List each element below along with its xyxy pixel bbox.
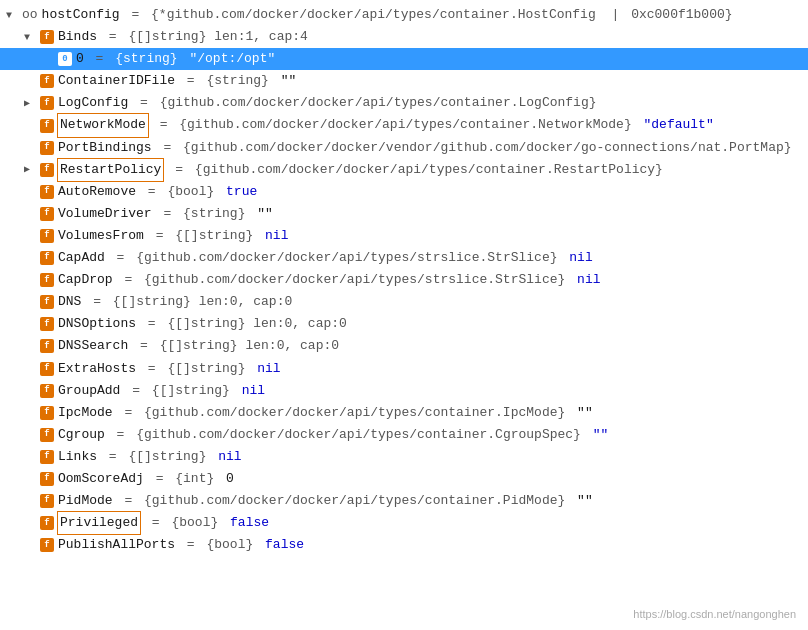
icon-dns: f — [40, 295, 54, 309]
icon-privileged: f — [40, 516, 54, 530]
value-privileged: false — [230, 512, 269, 534]
icon-ipcmode: f — [40, 406, 54, 420]
value-capdrop: nil — [577, 269, 600, 291]
tree-container: oo hostConfig = {*github.com/docker/dock… — [0, 0, 808, 560]
field-links: Links — [58, 446, 97, 468]
row-networkmode[interactable]: f NetworkMode = {github.com/docker/docke… — [0, 114, 808, 136]
address-0: 0xc000f1b000} — [631, 4, 732, 26]
type-oomscóreadj: {int} — [175, 468, 222, 490]
field-privileged: Privileged — [58, 512, 140, 534]
type-volumedriver: {string} — [183, 203, 253, 225]
field-restartpolicy: RestartPolicy — [58, 159, 163, 181]
row-hostconfig[interactable]: oo hostConfig = {*github.com/docker/dock… — [0, 4, 808, 26]
row-volumedriver[interactable]: f VolumeDriver = {string} "" — [0, 203, 808, 225]
row-binds-0[interactable]: 0 0 = {string} "/opt:/opt" — [0, 48, 808, 70]
prefix-oo: oo — [22, 4, 38, 26]
value-autoremove: true — [226, 181, 257, 203]
field-hostconfig: hostConfig — [42, 4, 120, 26]
value-networkmode: "default" — [644, 114, 714, 136]
type-links: {[]string} — [128, 446, 214, 468]
row-autoremove[interactable]: f AutoRemove = {bool} true — [0, 181, 808, 203]
icon-capadd: f — [40, 251, 54, 265]
row-capadd[interactable]: f CapAdd = {github.com/docker/docker/api… — [0, 247, 808, 269]
icon-restartpolicy: f — [40, 163, 54, 177]
field-groupadd: GroupAdd — [58, 380, 120, 402]
type-ipcmode: {github.com/docker/docker/api/types/cont… — [144, 402, 573, 424]
row-links[interactable]: f Links = {[]string} nil — [0, 446, 808, 468]
field-volumesfrom: VolumesFrom — [58, 225, 144, 247]
field-autoremove: AutoRemove — [58, 181, 136, 203]
type-0: {*github.com/docker/docker/api/types/con… — [151, 4, 596, 26]
row-cgroup[interactable]: f Cgroup = {github.com/docker/docker/api… — [0, 424, 808, 446]
type-dns: {[]string} len:0, cap:0 — [113, 291, 292, 313]
type-capdrop: {github.com/docker/docker/api/types/strs… — [144, 269, 573, 291]
toggle-logconfig[interactable] — [24, 95, 38, 112]
row-dns[interactable]: f DNS = {[]string} len:0, cap:0 — [0, 291, 808, 313]
row-portbindings[interactable]: f PortBindings = {github.com/docker/dock… — [0, 137, 808, 159]
icon-binds: f — [40, 30, 54, 44]
row-binds[interactable]: f Binds = {[]string} len:1, cap:4 — [0, 26, 808, 48]
icon-dnssearch: f — [40, 339, 54, 353]
row-extrahosts[interactable]: f ExtraHosts = {[]string} nil — [0, 358, 808, 380]
icon-groupadd: f — [40, 384, 54, 398]
value-publishallports: false — [265, 534, 304, 556]
watermark: https://blog.csdn.net/nangonghen — [633, 608, 796, 620]
value-extrahosts: nil — [257, 358, 280, 380]
field-dnsoptions: DNSOptions — [58, 313, 136, 335]
type-dnssearch: {[]string} len:0, cap:0 — [160, 335, 339, 357]
type-binds-0: {string} — [115, 48, 185, 70]
icon-pidmode: f — [40, 494, 54, 508]
icon-links: f — [40, 450, 54, 464]
type-pidmode: {github.com/docker/docker/api/types/cont… — [144, 490, 573, 512]
icon-portbindings: f — [40, 141, 54, 155]
value-binds-0: "/opt:/opt" — [189, 48, 275, 70]
row-capdrop[interactable]: f CapDrop = {github.com/docker/docker/ap… — [0, 269, 808, 291]
row-volumesfrom[interactable]: f VolumesFrom = {[]string} nil — [0, 225, 808, 247]
field-networkmode: NetworkMode — [58, 114, 148, 136]
field-pidmode: PidMode — [58, 490, 113, 512]
icon-oomscóreadj: f — [40, 472, 54, 486]
row-ipcmode[interactable]: f IpcMode = {github.com/docker/docker/ap… — [0, 402, 808, 424]
toggle-binds[interactable] — [24, 29, 38, 46]
row-containeridfile[interactable]: f ContainerIDFile = {string} "" — [0, 70, 808, 92]
type-containeridfile: {string} — [206, 70, 276, 92]
toggle-restartpolicy[interactable] — [24, 161, 38, 178]
icon-extrahosts: f — [40, 362, 54, 376]
toggle-hostconfig[interactable] — [6, 7, 20, 24]
field-binds: Binds — [58, 26, 97, 48]
row-dnsoptions[interactable]: f DNSOptions = {[]string} len:0, cap:0 — [0, 313, 808, 335]
type-volumesfrom: {[]string} — [175, 225, 261, 247]
value-ipcmode: "" — [577, 402, 593, 424]
type-logconfig: {github.com/docker/docker/api/types/cont… — [160, 92, 597, 114]
row-restartpolicy[interactable]: f RestartPolicy = {github.com/docker/doc… — [0, 159, 808, 181]
field-publishallports: PublishAllPorts — [58, 534, 175, 556]
type-groupadd: {[]string} — [152, 380, 238, 402]
value-links: nil — [218, 446, 241, 468]
value-oomscóreadj: 0 — [226, 468, 234, 490]
type-portbindings: {github.com/docker/docker/vendor/github.… — [183, 137, 792, 159]
value-groupadd: nil — [242, 380, 265, 402]
row-pidmode[interactable]: f PidMode = {github.com/docker/docker/ap… — [0, 490, 808, 512]
value-volumesfrom: nil — [265, 225, 288, 247]
field-volumedriver: VolumeDriver — [58, 203, 152, 225]
row-oomscóreadj[interactable]: f OomScoreAdj = {int} 0 — [0, 468, 808, 490]
type-dnsoptions: {[]string} len:0, cap:0 — [167, 313, 346, 335]
type-cgroup: {github.com/docker/docker/api/types/cont… — [136, 424, 588, 446]
type-restartpolicy: {github.com/docker/docker/api/types/cont… — [195, 159, 663, 181]
value-cgroup: "" — [593, 424, 609, 446]
row-logconfig[interactable]: f LogConfig = {github.com/docker/docker/… — [0, 92, 808, 114]
row-dnssearch[interactable]: f DNSSearch = {[]string} len:0, cap:0 — [0, 335, 808, 357]
row-groupadd[interactable]: f GroupAdd = {[]string} nil — [0, 380, 808, 402]
type-autoremove: {bool} — [167, 181, 222, 203]
field-extrahosts: ExtraHosts — [58, 358, 136, 380]
icon-binds-0: 0 — [58, 52, 72, 66]
type-privileged: {bool} — [171, 512, 226, 534]
value-capadd: nil — [569, 247, 592, 269]
type-binds: {[]string} len:1, cap:4 — [128, 26, 307, 48]
icon-capdrop: f — [40, 273, 54, 287]
row-privileged[interactable]: f Privileged = {bool} false — [0, 512, 808, 534]
icon-cgroup: f — [40, 428, 54, 442]
row-publishallports[interactable]: f PublishAllPorts = {bool} false — [0, 534, 808, 556]
field-oomscóreadj: OomScoreAdj — [58, 468, 144, 490]
value-volumedriver: "" — [257, 203, 273, 225]
